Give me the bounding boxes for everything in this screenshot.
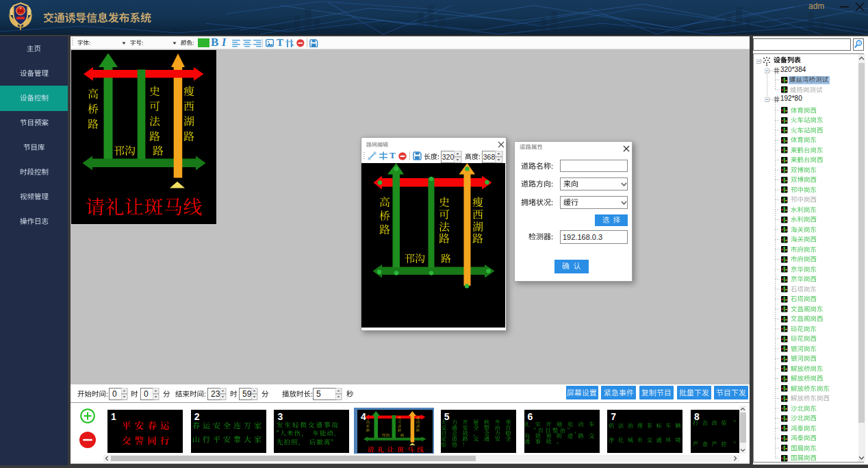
svg-text:3: 3 <box>858 41 860 45</box>
